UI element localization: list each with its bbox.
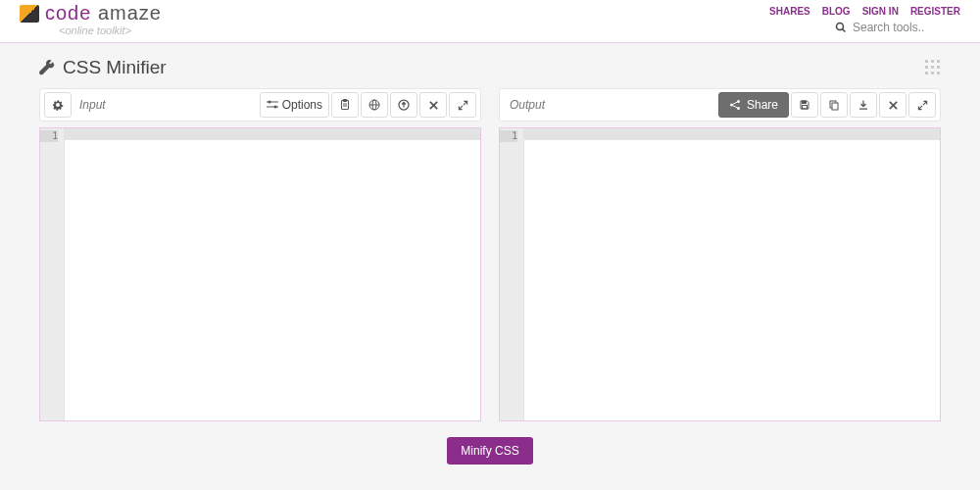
svg-rect-5 (267, 107, 278, 108)
globe-icon (368, 99, 380, 111)
svg-rect-22 (803, 106, 808, 110)
close-icon (428, 100, 439, 111)
input-label[interactable] (79, 98, 254, 112)
svg-line-19 (732, 102, 737, 105)
paste-button[interactable] (331, 92, 359, 118)
download-button[interactable] (850, 92, 877, 118)
expand-output-button[interactable] (908, 92, 936, 118)
wrench-icon (39, 60, 55, 75)
copy-button[interactable] (820, 92, 848, 118)
link-shares[interactable]: SHARES (769, 6, 810, 17)
minify-button[interactable]: Minify CSS (447, 437, 532, 465)
page-title: CSS Minifier (63, 57, 167, 78)
clear-output-button[interactable] (879, 92, 906, 118)
gear-icon (52, 99, 64, 111)
search-icon (835, 22, 847, 33)
svg-rect-21 (803, 101, 807, 104)
settings-button[interactable] (44, 92, 72, 118)
brand[interactable]: code amaze <online toolkit> (20, 2, 162, 36)
svg-rect-24 (832, 103, 838, 110)
svg-line-1 (843, 29, 846, 32)
svg-line-20 (732, 106, 737, 109)
logo-icon (20, 5, 39, 23)
link-signin[interactable]: SIGN IN (862, 6, 899, 17)
brand-name: code amaze (45, 2, 162, 24)
svg-point-0 (837, 24, 844, 30)
search-input[interactable] (853, 21, 960, 34)
layout-grid-icon[interactable] (925, 60, 941, 75)
share-button[interactable]: Share (718, 92, 789, 118)
clear-input-button[interactable] (419, 92, 447, 118)
expand-input-button[interactable] (449, 92, 476, 118)
search[interactable] (835, 21, 960, 34)
top-links: SHARES BLOG SIGN IN REGISTER (769, 2, 960, 17)
upload-button[interactable] (390, 92, 417, 118)
output-toolbar: Share (499, 88, 941, 122)
load-url-button[interactable] (361, 92, 388, 118)
expand-icon (917, 100, 928, 111)
sliders-icon (267, 100, 278, 110)
input-toolbar: Options (39, 88, 481, 122)
expand-icon (458, 100, 468, 111)
input-editor[interactable]: 1 (39, 127, 481, 421)
options-button[interactable]: Options (260, 92, 329, 118)
save-button[interactable] (791, 92, 818, 118)
link-register[interactable]: REGISTER (910, 6, 960, 17)
link-blog[interactable]: BLOG (822, 6, 851, 17)
input-gutter: 1 (40, 128, 65, 420)
copy-icon (828, 99, 840, 111)
output-panel: Share 1 (499, 88, 941, 421)
input-panel: Options 1 (39, 88, 481, 421)
close-icon (888, 100, 899, 111)
svg-rect-3 (267, 102, 278, 103)
save-icon (799, 99, 810, 111)
output-gutter: 1 (500, 128, 524, 420)
output-label[interactable] (510, 98, 610, 112)
share-icon (729, 99, 741, 111)
svg-rect-7 (343, 100, 347, 102)
upload-icon (398, 99, 410, 111)
output-editor[interactable]: 1 (499, 127, 941, 421)
download-icon (858, 99, 869, 111)
brand-subtitle: <online toolkit> (59, 24, 162, 36)
clipboard-icon (339, 99, 351, 111)
